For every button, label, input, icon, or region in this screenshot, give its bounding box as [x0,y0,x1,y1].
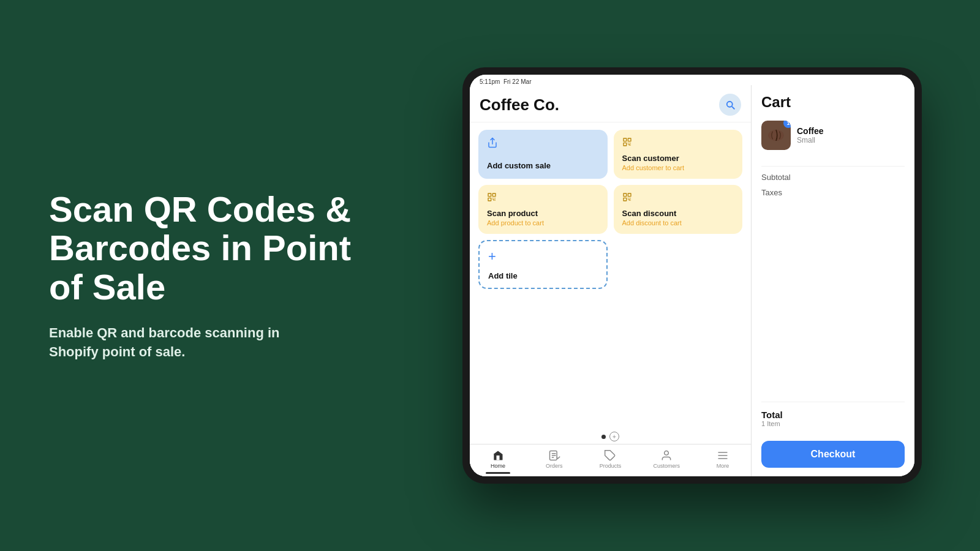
share-icon [487,137,599,151]
tile-add-tile[interactable]: + Add tile [478,240,608,289]
nav-item-customers[interactable]: Customers [638,449,695,474]
tile-scan-product-title: Scan product [487,209,599,218]
cart-spacer [761,203,905,402]
cart-item-info: Coffee Small [797,126,824,144]
search-icon [725,99,736,110]
svg-rect-25 [624,198,627,201]
svg-rect-24 [628,193,631,197]
svg-rect-3 [624,138,627,141]
status-bar: 5:11pm Fri 22 Mar [470,75,914,85]
pos-title: Coffee Co. [480,96,559,114]
tile-scan-customer[interactable]: Scan customer Add customer to cart [614,130,743,179]
customers-icon [660,449,673,462]
tile-custom-sale[interactable]: Add custom sale [478,130,608,179]
tablet-screen: 5:11pm Fri 22 Mar Coffee Co. [470,75,914,476]
cart-item-variant: Small [797,136,824,144]
tile-scan-discount-subtitle: Add discount to cart [622,219,734,227]
svg-line-1 [732,107,734,108]
subtotal-label: Subtotal [761,173,791,182]
dot-active [601,435,606,439]
tile-scan-product-content: Scan product Add product to cart [487,209,599,227]
nav-item-products[interactable]: Products [582,449,639,474]
pos-panel: Coffee Co. [470,85,752,476]
nav-label-orders: Orders [546,463,563,469]
cart-total-section: Total 1 Item [761,402,905,433]
qr-icon-discount [622,192,734,204]
screen-body: Coffee Co. [470,85,914,476]
cart-total-info: Total 1 Item [761,410,783,427]
tile-scan-discount-title: Scan discount [622,209,734,218]
svg-rect-14 [492,193,496,197]
svg-point-0 [727,102,733,107]
left-panel: Scan QR Codes & Barcodes in Point of Sal… [0,153,417,399]
tiles-grid: Add custom sale [470,122,751,427]
nav-item-home[interactable]: Home [470,449,526,474]
cart-total-sub: 1 Item [761,420,783,427]
search-button[interactable] [719,94,741,116]
qr-icon-customer [622,137,734,149]
cart-item-image: 1 [761,121,791,150]
nav-label-more: More [717,463,729,469]
orders-icon [548,449,560,462]
svg-rect-23 [624,193,627,197]
pos-header: Coffee Co. [470,85,751,122]
nav-label-home: Home [491,463,505,469]
tile-scan-discount[interactable]: Scan discount Add discount to cart [614,185,743,234]
tile-scan-customer-content: Scan customer Add customer to cart [622,154,734,171]
nav-label-customers: Customers [654,463,680,469]
cart-title: Cart [761,94,905,111]
plus-icon: + [488,249,598,264]
svg-rect-13 [488,193,491,197]
cart-panel: Cart 1 [752,85,914,476]
tile-scan-customer-subtitle: Add customer to cart [622,164,734,171]
tile-scan-discount-content: Scan discount Add discount to cart [622,209,734,227]
cart-row-taxes: Taxes [761,188,905,197]
right-panel: 5:11pm Fri 22 Mar Coffee Co. [417,43,980,508]
svg-rect-5 [624,143,627,146]
cart-row-subtotal: Subtotal [761,173,905,182]
nav-item-more[interactable]: More [695,449,751,474]
cart-total-row: Total 1 Item [761,410,905,427]
tile-scan-product[interactable]: Scan product Add product to cart [478,185,608,234]
cart-item: 1 Coffee Small [761,121,905,150]
cart-item-name: Coffee [797,126,824,136]
pagination-dots: + [470,427,751,444]
nav-active-indicator [486,472,510,474]
svg-rect-4 [628,138,631,141]
sub-headline: Enable QR and barcode scanning inShopify… [49,324,368,362]
checkout-button[interactable]: Checkout [761,441,905,468]
nav-item-orders[interactable]: Orders [526,449,582,474]
bottom-nav: Home Orders [470,444,751,476]
tile-custom-sale-title: Add custom sale [487,161,599,170]
nav-label-products: Products [600,463,622,469]
checkout-label: Checkout [811,449,856,460]
main-headline: Scan QR Codes & Barcodes in Point of Sal… [49,190,368,307]
tile-scan-product-subtitle: Add product to cart [487,219,599,227]
cart-divider-1 [761,166,905,167]
svg-point-35 [665,451,669,455]
tablet-device: 5:11pm Fri 22 Mar Coffee Co. [462,67,922,484]
qr-icon-product [487,192,599,204]
status-time: 5:11pm [480,78,500,85]
taxes-label: Taxes [761,188,782,197]
cart-total-label: Total [761,410,783,420]
svg-rect-15 [488,198,491,201]
dot-add[interactable]: + [609,432,619,441]
tile-scan-customer-title: Scan customer [622,154,734,163]
status-date: Fri 22 Mar [503,78,532,85]
home-icon [492,449,504,462]
coffee-bean-icon [765,124,787,146]
tile-add-label: Add tile [488,271,598,280]
more-icon [717,449,729,462]
products-icon [604,449,616,462]
